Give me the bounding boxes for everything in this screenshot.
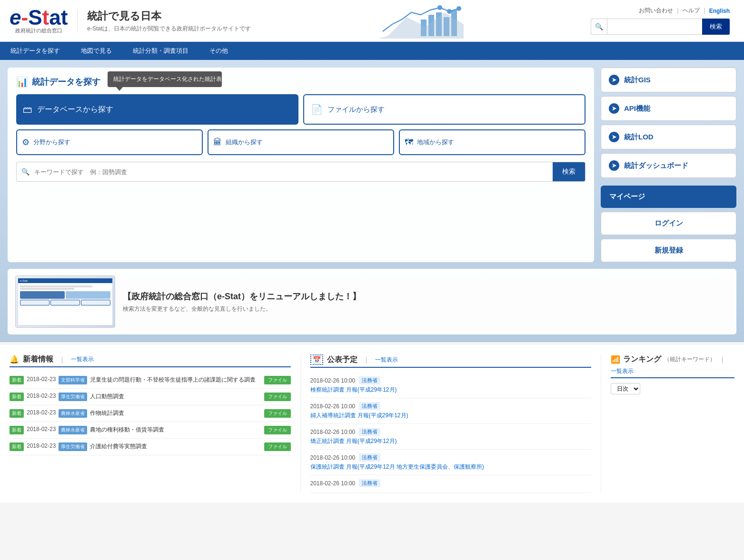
lod-circle: ➤ [609,132,619,142]
announce-meta-2: 2018-02-26 10:00 法務省 [310,402,592,410]
search-section-title: 📊 統計データを探す [16,76,585,88]
announce-date-4: 2018-02-26 10:00 [310,454,356,461]
file-badge-4: ファイル [264,426,291,434]
header-search-button[interactable]: 検索 [702,19,730,35]
announce-item: 2018-02-26 10:00 法務省 婦人補導統計調査 月報(平成29年12… [310,398,592,424]
announce-item: 2018-02-26 10:00 法務省 [310,475,592,493]
field-search-button[interactable]: ⚙ 分野から探す [16,129,203,155]
announce-divider: ｜ [363,355,369,364]
news-date-2: 2018-02-23 [27,393,56,399]
logo-main-text: e - S t at [10,7,68,28]
site-title: 統計で見る日本 [87,9,251,23]
logo[interactable]: e - S t at 政府統計の総合窓口 [10,7,68,34]
announce-ministry-1[interactable]: 法務省 [359,376,380,384]
keyword-search-input[interactable] [34,162,553,181]
announcement-desc: 検索方法を変更するなど、全般的な見直しを行いました。 [123,305,361,313]
ranking-section-header: 📶 ランキング （統計キーワード） ｜ 一覧表示 [611,354,734,375]
region-icon: 🗺 [405,138,413,147]
nav-item-other[interactable]: その他 [199,42,238,60]
announce-ministry-2[interactable]: 法務省 [359,402,380,410]
announce-date-3: 2018-02-26 10:00 [310,429,356,435]
keyword-search-bar: 🔍 検索 [16,162,585,182]
gis-button[interactable]: ➤ 統計GIS [601,68,736,92]
nav-item-stats[interactable]: 統計データを探す [0,42,70,60]
news-list-link[interactable]: 一覧表示 [71,355,94,364]
file-badge-5: ファイル [264,442,291,451]
news-title-1: 児童生徒の問題行動・不登校等生徒指導上の諸課題に関する調査 [90,376,261,384]
site-desc: e-Statは、日本の統計が閲覧できる政府統計ポータルサイトです [87,25,251,33]
announce-list-link[interactable]: 一覧表示 [375,356,398,364]
search-icon-wrapper: 🔍 [591,19,607,35]
english-link[interactable]: English [709,8,730,14]
ranking-filter-select[interactable]: 日次 週次 月次 [611,383,640,394]
ranking-list-link[interactable]: 一覧表示 [611,367,634,375]
header-right-area: お問い合わせ ｜ ヘルプ ｜ English 🔍 検索 [591,7,730,35]
dashboard-button[interactable]: ➤ 統計ダッシュボード [601,153,736,178]
mypage-button[interactable]: マイページ [601,186,736,208]
database-search-button[interactable]: 🗃 データベースから探す [16,94,298,125]
keyword-search-button[interactable]: 検索 [553,162,585,181]
gis-circle: ➤ [609,75,619,85]
logo-s: S [28,7,42,28]
announce-link-3[interactable]: 矯正統計調査 月報(平成29年12月) [310,438,397,444]
help-link[interactable]: ヘルプ [683,7,700,15]
header-chart-decoration [251,3,591,39]
announce-divider-line [310,367,592,368]
announce-link-4[interactable]: 保護統計調査 月報(平成29年12月 地方更生保護委員会、保護観察所) [310,463,484,470]
nav-item-classification[interactable]: 統計分類・調査項目 [122,42,199,60]
news-title-3: 作物統計調査 [90,409,261,417]
hero-section: 統計データをデータベース化された統計表から探します。 📊 統計データを探す 🗃 … [0,60,744,342]
tooltip-text: 統計データをデータベース化された統計表から探します。 [113,76,262,82]
announce-ministry-3[interactable]: 法務省 [359,428,380,436]
field-button-label: 分野から探す [33,138,70,147]
ranking-divider: ｜ [719,355,725,364]
news-date-4: 2018-02-23 [27,426,56,432]
bell-icon: 🔔 [10,355,19,364]
announcement-bar: e-Stat 【政府統計の総合窓口（e [8,269,736,334]
announce-item: 2018-02-26 10:00 法務省 検察統計調査 月報(平成29年12月) [310,373,592,398]
dashboard-circle: ➤ [609,160,619,171]
search-title-text: 統計データを探す [32,76,100,88]
ranking-filter-area: 日次 週次 月次 [611,383,734,394]
database-icon: 🗃 [23,104,32,115]
field-icon: ⚙ [22,137,30,147]
ranking-divider-line [611,377,734,378]
site-title-area: 統計で見る日本 e-Statは、日本の統計が閲覧できる政府統計ポータルサイトです [77,9,251,33]
announcement-column: 📅 公表予定 ｜ 一覧表示 2018-02-26 10:00 法務省 検察統計調… [301,354,602,493]
header-search-input[interactable] [607,19,702,35]
region-search-button[interactable]: 🗺 地域から探す [399,129,585,155]
ranking-column: 📶 ランキング （統計キーワード） ｜ 一覧表示 日次 週次 月次 [601,354,734,493]
file-search-button[interactable]: 📄 ファイルから探す [303,94,585,125]
logo-e: e [10,7,21,28]
news-column: 🔔 新着情報 ｜ 一覧表示 新着 2018-02-23 文部科学省 児童生徒の問… [10,354,301,493]
announce-ministry-4[interactable]: 法務省 [359,453,380,462]
ministry-badge-2: 厚生労働省 [59,393,87,401]
lod-button[interactable]: ➤ 統計LOD [601,125,736,149]
svg-point-1 [447,9,452,14]
file-badge-3: ファイル [264,409,291,418]
logo-area: e - S t at 政府統計の総合窓口 統計で見る日本 e-Statは、日本の… [10,7,251,34]
ministry-badge-1: 文部科学省 [59,376,87,384]
api-button[interactable]: ➤ API機能 [601,96,736,121]
register-button[interactable]: 新規登録 [601,239,736,262]
divider1: ｜ [675,7,681,15]
org-search-button[interactable]: 🏛 組織から探す [208,129,394,155]
news-item: 新着 2018-02-23 農林水産省 農地の権利移動・借賃等調査 ファイル [10,422,291,439]
nav-item-map[interactable]: 地図で見る [70,42,122,60]
news-date-1: 2018-02-23 [27,376,56,383]
badge-new-5: 新着 [10,442,24,451]
contact-link[interactable]: お問い合わせ [639,7,673,15]
announce-item: 2018-02-26 10:00 法務省 矯正統計調査 月報(平成29年12月) [310,424,592,450]
bottom-search-buttons: ⚙ 分野から探す 🏛 組織から探す 🗺 地域から探す [16,129,585,155]
news-date-5: 2018-02-23 [27,442,56,449]
announcement-text-area: 【政府統計の総合窓口（e-Stat）をリニューアルしました！】 検索方法を変更す… [123,291,361,313]
hero-left-panel: 統計データをデータベース化された統計表から探します。 📊 統計データを探す 🗃 … [8,68,594,262]
announce-link-1[interactable]: 検察統計調査 月報(平成29年12月) [310,386,397,393]
hero-inner: 統計データをデータベース化された統計表から探します。 📊 統計データを探す 🗃 … [8,68,736,262]
bar-chart-icon: 📊 [16,76,28,88]
announce-link-2[interactable]: 婦人補導統計調査 月報(平成29年12月) [310,412,408,419]
login-button[interactable]: ログイン [601,212,736,235]
news-item: 新着 2018-02-23 厚生労働省 人口動態調査 ファイル [10,389,291,405]
keyword-search-icon: 🔍 [17,168,34,176]
announce-ministry-5[interactable]: 法務省 [359,479,380,487]
